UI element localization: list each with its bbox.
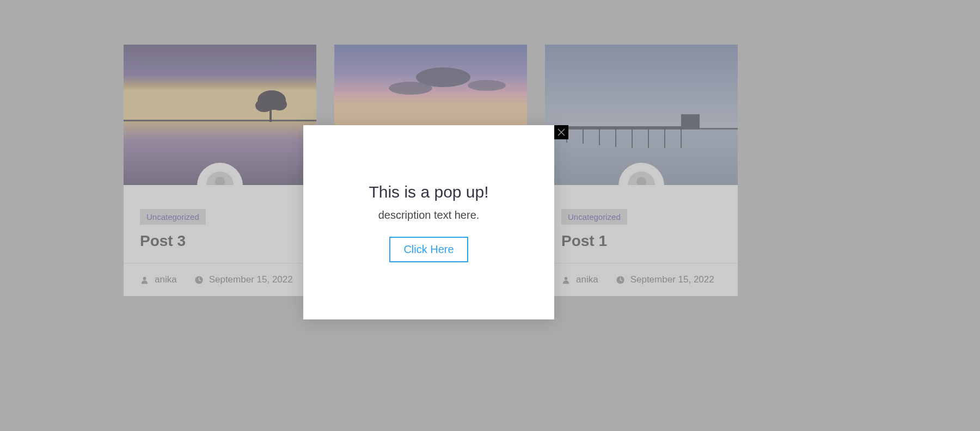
post-image — [545, 45, 738, 185]
close-button[interactable] — [554, 125, 568, 139]
user-icon — [561, 275, 571, 285]
post-date: September 15, 2022 — [630, 274, 714, 285]
post-body: Uncategorized Post 1 — [545, 185, 738, 263]
popup-title: This is a pop up! — [369, 183, 488, 201]
svg-point-6 — [272, 98, 287, 110]
post-date: September 15, 2022 — [209, 274, 293, 285]
svg-rect-2 — [124, 120, 316, 121]
post-card[interactable]: Uncategorized Post 3 anika September 15,… — [124, 45, 316, 296]
post-author[interactable]: anika — [155, 274, 177, 285]
post-author[interactable]: anika — [576, 274, 598, 285]
post-meta: anika September 15, 2022 — [124, 263, 316, 296]
popup-description: description text here. — [378, 209, 480, 221]
svg-point-5 — [255, 99, 273, 112]
post-title[interactable]: Post 1 — [561, 232, 721, 250]
post-card[interactable]: Uncategorized Post 1 anika September 15,… — [545, 45, 738, 296]
post-category-badge[interactable]: Uncategorized — [140, 209, 206, 225]
svg-point-14 — [468, 80, 506, 91]
close-icon — [558, 128, 565, 136]
clock-icon — [616, 275, 625, 285]
post-title[interactable]: Post 3 — [140, 232, 300, 250]
clock-icon — [194, 275, 204, 285]
post-meta: anika September 15, 2022 — [545, 263, 738, 296]
popup-cta-button[interactable]: Click Here — [389, 237, 468, 262]
post-body: Uncategorized Post 3 — [124, 185, 316, 263]
svg-rect-19 — [545, 45, 738, 129]
svg-point-33 — [565, 276, 568, 280]
post-category-badge[interactable]: Uncategorized — [561, 209, 627, 225]
svg-point-7 — [215, 177, 225, 185]
user-icon — [140, 275, 149, 285]
svg-rect-23 — [681, 114, 700, 130]
svg-point-13 — [389, 82, 432, 95]
post-image — [124, 45, 316, 185]
svg-point-8 — [143, 276, 146, 280]
svg-rect-22 — [556, 126, 687, 130]
popup-modal: This is a pop up! description text here.… — [303, 125, 554, 319]
svg-point-32 — [636, 177, 646, 185]
svg-rect-0 — [124, 45, 316, 121]
